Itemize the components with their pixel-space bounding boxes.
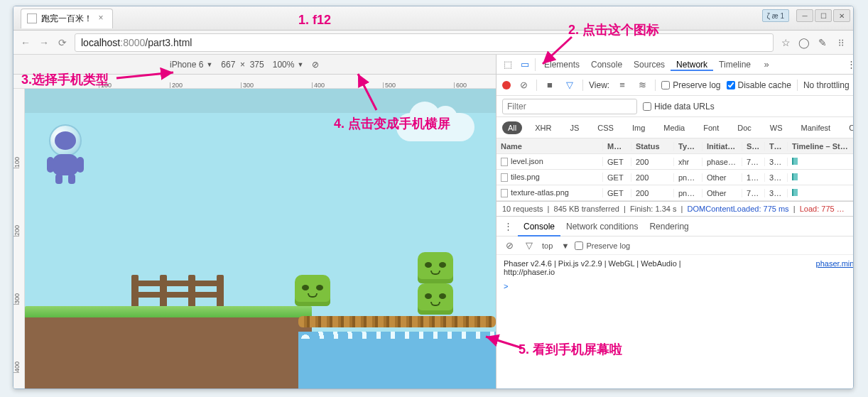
- window-buttons: ─ ☐ ✕: [796, 9, 850, 22]
- disable-cache-checkbox[interactable]: Disable cache: [727, 80, 791, 90]
- zoom-selector[interactable]: 100%▼: [273, 60, 304, 70]
- drawer-tab-console[interactable]: Console: [518, 217, 560, 236]
- device-height[interactable]: 375: [250, 60, 264, 70]
- device-width[interactable]: 667: [221, 60, 235, 70]
- devtools-tab-timeline[interactable]: Timeline: [713, 60, 756, 70]
- maximize-button[interactable]: ☐: [815, 9, 832, 22]
- tab-title: 跑完一百米！: [41, 13, 92, 25]
- game-viewport[interactable]: [25, 89, 496, 388]
- type-pill-other[interactable]: Other: [843, 121, 854, 134]
- close-button[interactable]: ✕: [833, 9, 850, 22]
- address-bar: ← → ⟳ localhost:8000/part3.html ☆ ◯ ✎ ⁝⁝: [13, 31, 853, 55]
- column-header[interactable]: Ty…: [674, 142, 702, 151]
- console-preserve-checkbox[interactable]: Preserve log: [575, 241, 630, 250]
- devtools-tab-console[interactable]: Console: [585, 60, 628, 70]
- menu-icon[interactable]: ⁝⁝: [835, 36, 847, 49]
- filter-icon[interactable]: ▽: [563, 78, 577, 92]
- type-pill-media[interactable]: Media: [658, 121, 690, 134]
- type-pill-manifest[interactable]: Manifest: [796, 121, 837, 134]
- reload-button[interactable]: ⟳: [56, 36, 69, 49]
- cloud: [396, 113, 474, 141]
- water: [298, 339, 496, 388]
- devtools-tabstrip: ⬚ ▭ ElementsConsoleSourcesNetworkTimelin…: [497, 55, 854, 75]
- devtools-tab-network[interactable]: Network: [671, 60, 713, 71]
- table-row[interactable]: tiles.pngGET200pn…Other12…31…: [497, 170, 854, 185]
- network-table: NameM…StatusTy…Initiat…Si…Ti…Timeline – …: [497, 138, 854, 201]
- console-output[interactable]: Phaser v2.4.6 | Pixi.js v2.2.9 | WebGL |…: [497, 255, 854, 388]
- throttle-selector[interactable]: No throttling: [803, 80, 850, 90]
- console-source-link[interactable]: phaser.min.js:11: [816, 259, 854, 268]
- browser-tab[interactable]: 跑完一百米！ ×: [21, 9, 113, 28]
- drawer-tab-rendering[interactable]: Rendering: [644, 217, 694, 236]
- console-line: Phaser v2.4.6 | Pixi.js v2.2.9 | WebGL |…: [504, 259, 854, 268]
- table-row[interactable]: level.jsonGET200xhrphase…7…30…: [497, 154, 854, 170]
- body: [53, 154, 78, 175]
- console-line: http://phaser.io: [504, 268, 854, 276]
- type-pill-ws[interactable]: WS: [764, 121, 788, 134]
- wave: [298, 332, 496, 339]
- more-tabs-icon[interactable]: »: [759, 58, 774, 72]
- enemy-slime: [418, 252, 453, 283]
- prompt-icon[interactable]: >: [504, 282, 508, 290]
- grass: [25, 306, 312, 317]
- bookmark-icon[interactable]: ☆: [779, 36, 792, 49]
- device-selector[interactable]: iPhone 6▼: [170, 60, 212, 70]
- column-header[interactable]: Timeline – St…: [788, 142, 854, 151]
- view-list-icon[interactable]: ≡: [615, 78, 629, 92]
- type-pill-css[interactable]: CSS: [592, 121, 619, 134]
- minimize-button[interactable]: ─: [796, 9, 813, 22]
- type-pill-img[interactable]: Img: [626, 121, 651, 134]
- column-header[interactable]: Name: [497, 142, 603, 151]
- bridge: [298, 316, 496, 327]
- console-filter-icon[interactable]: ▽: [522, 239, 536, 253]
- type-pill-xhr[interactable]: XHR: [529, 121, 557, 134]
- inspect-icon[interactable]: ⬚: [501, 58, 515, 72]
- drawer-tab-network-conditions[interactable]: Network conditions: [560, 217, 644, 236]
- preserve-log-checkbox[interactable]: Preserve log: [661, 80, 720, 90]
- type-pill-doc[interactable]: Doc: [732, 121, 757, 134]
- network-controls: ⊘ ■ ▽ View: ≡ ≋ Preserve log Disable cac…: [497, 75, 854, 96]
- ground: [25, 317, 312, 388]
- ext-circle-icon[interactable]: ◯: [798, 36, 810, 49]
- url-port: :8000: [120, 37, 145, 48]
- column-header[interactable]: Ti…: [765, 142, 788, 151]
- devtools-tab-sources[interactable]: Sources: [628, 60, 671, 70]
- ruler-horizontal: 100200300400500600: [13, 75, 496, 89]
- console-controls: ⊘ ▽ top ▼ Preserve log: [497, 236, 854, 255]
- fence: [131, 275, 224, 308]
- back-button[interactable]: ←: [19, 36, 32, 49]
- url-input[interactable]: localhost:8000/part3.html: [75, 33, 774, 52]
- devtools-menu-icon[interactable]: ⋮: [845, 58, 854, 72]
- clear-icon[interactable]: ⊘: [516, 78, 531, 92]
- type-pill-font[interactable]: Font: [698, 121, 725, 134]
- record-button[interactable]: [502, 81, 511, 89]
- titlebar: 跑完一百米！ × ζ æ 1 ─ ☐ ✕: [13, 6, 853, 31]
- context-selector[interactable]: top ▼: [542, 241, 569, 250]
- capture-icon[interactable]: ■: [543, 78, 557, 92]
- column-header[interactable]: M…: [603, 142, 631, 151]
- browser-window: 跑完一百米！ × ζ æ 1 ─ ☐ ✕ ← → ⟳ localhost:800…: [13, 6, 854, 389]
- column-header[interactable]: Status: [631, 142, 674, 151]
- table-header[interactable]: NameM…StatusTy…Initiat…Si…Ti…Timeline – …: [497, 138, 854, 154]
- drawer-menu-icon[interactable]: ⋮: [501, 219, 515, 234]
- table-row[interactable]: texture-atlas.pngGET200pn…Other78…31…: [497, 185, 854, 201]
- rotate-button[interactable]: ⊘: [312, 60, 319, 70]
- eyedropper-icon[interactable]: ✎: [816, 36, 829, 49]
- console-clear-icon[interactable]: ⊘: [502, 239, 516, 253]
- devtools-tab-elements[interactable]: Elements: [538, 60, 585, 70]
- filter-input[interactable]: [502, 99, 637, 114]
- enemy-slime: [295, 275, 330, 306]
- type-pill-all[interactable]: All: [502, 121, 522, 134]
- forward-button[interactable]: →: [38, 36, 50, 49]
- leg-right: [68, 174, 75, 184]
- url-path: /part3.html: [145, 37, 192, 48]
- column-header[interactable]: Initiat…: [702, 142, 742, 151]
- view-waterfall-icon[interactable]: ≋: [635, 78, 649, 92]
- type-pill-js[interactable]: JS: [564, 121, 585, 134]
- tab-close-icon[interactable]: ×: [97, 14, 105, 23]
- column-header[interactable]: Si…: [742, 142, 765, 151]
- hide-data-urls-checkbox[interactable]: Hide data URLs: [643, 102, 715, 112]
- view-label: View:: [589, 80, 609, 90]
- device-toggle-icon[interactable]: ▭: [518, 58, 532, 72]
- drawer-tabstrip: ⋮ ConsoleNetwork conditionsRendering ×: [497, 217, 854, 236]
